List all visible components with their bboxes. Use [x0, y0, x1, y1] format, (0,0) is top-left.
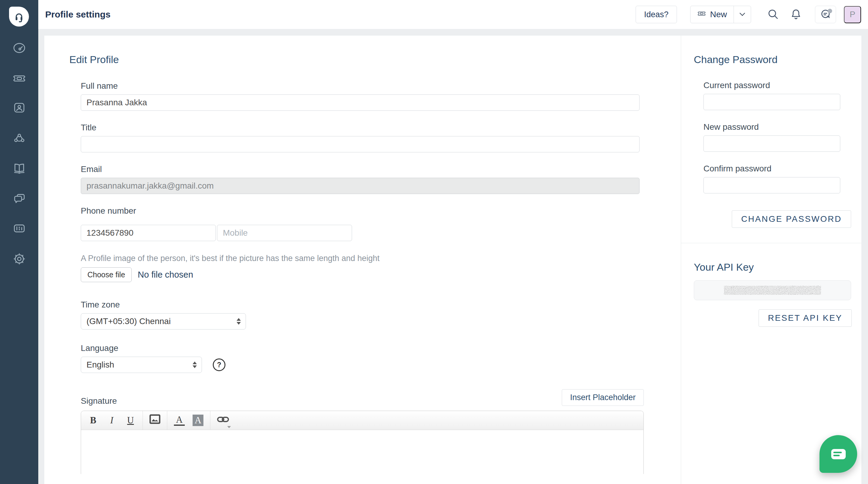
- insert-image-button[interactable]: [150, 414, 160, 427]
- ticket-icon: [697, 9, 706, 20]
- title-field-group: Title: [81, 123, 640, 152]
- change-password-button[interactable]: CHANGE PASSWORD: [732, 210, 851, 228]
- current-password-group: Current password: [704, 81, 851, 110]
- new-ticket-split-button: New: [690, 6, 751, 23]
- time-zone-value: (GMT+05:30) Chennai: [87, 316, 170, 326]
- sidebar-item-reports-icon[interactable]: [12, 221, 27, 236]
- sidebar-item-contacts-icon[interactable]: [12, 101, 27, 115]
- content-panel: Edit Profile Full name Title Email Phone…: [44, 36, 861, 484]
- sidebar-item-tickets-icon[interactable]: [12, 71, 27, 86]
- topbar: Profile settings Ideas? New: [38, 0, 868, 29]
- background-color-button[interactable]: A: [193, 415, 204, 426]
- sidebar-item-social-icon[interactable]: [12, 131, 27, 145]
- image-icon: [150, 414, 160, 426]
- ideas-button[interactable]: Ideas?: [636, 6, 677, 23]
- new-ticket-dropdown[interactable]: [734, 6, 751, 23]
- language-value: English: [87, 360, 114, 370]
- title-input[interactable]: [81, 136, 640, 152]
- time-zone-select[interactable]: (GMT+05:30) Chennai: [81, 313, 246, 330]
- link-icon: [217, 415, 229, 426]
- new-password-label: New password: [704, 122, 851, 132]
- api-key-value-redacted: [694, 280, 851, 300]
- underline-button[interactable]: U: [125, 414, 136, 427]
- sidebar-item-settings-icon[interactable]: [12, 252, 27, 266]
- confirm-password-group: Confirm password: [704, 164, 851, 193]
- signature-header: Signature Insert Placeholder: [81, 389, 644, 406]
- italic-button[interactable]: I: [106, 414, 117, 427]
- file-status-text: No file chosen: [138, 270, 193, 280]
- profile-image-hint: A Profile image of the person, it's best…: [81, 253, 640, 263]
- full-name-label: Full name: [81, 81, 640, 91]
- page-title: Profile settings: [45, 9, 111, 20]
- api-key-section: Your API Key RESET API: [694, 261, 861, 327]
- panel-divider: [681, 243, 861, 243]
- mobile-input[interactable]: [217, 225, 352, 241]
- app-logo-icon[interactable]: [9, 7, 29, 27]
- phone-field-group: Phone number: [81, 206, 640, 241]
- select-arrows-icon: [193, 362, 197, 368]
- account-side-panel: Change Password Current password New pas…: [681, 36, 861, 484]
- search-icon: [767, 8, 779, 22]
- new-password-group: New password: [704, 122, 851, 152]
- edit-profile-section: Edit Profile Full name Title Email Phone…: [44, 36, 681, 484]
- email-label: Email: [81, 165, 640, 174]
- phone-label: Phone number: [81, 206, 640, 216]
- new-ticket-button[interactable]: New: [690, 6, 734, 23]
- email-input: [81, 178, 640, 194]
- title-label: Title: [81, 123, 640, 133]
- phone-input[interactable]: [81, 225, 216, 241]
- font-color-button[interactable]: A: [174, 415, 185, 426]
- messenger-button[interactable]: [815, 6, 836, 23]
- language-field-group: Language English ?: [81, 343, 640, 373]
- search-button[interactable]: [766, 7, 780, 22]
- chat-bubble-icon: [831, 449, 846, 459]
- full-name-field-group: Full name: [81, 81, 640, 111]
- bold-button[interactable]: B: [88, 414, 98, 427]
- signature-textarea[interactable]: [81, 430, 644, 474]
- edit-profile-heading: Edit Profile: [69, 54, 681, 65]
- insert-placeholder-button[interactable]: Insert Placeholder: [562, 389, 644, 406]
- confirm-password-label: Confirm password: [704, 164, 851, 173]
- full-name-input[interactable]: [81, 94, 640, 111]
- redacted-noise: [724, 286, 821, 295]
- language-label: Language: [81, 343, 640, 353]
- confirm-password-input[interactable]: [704, 177, 840, 193]
- editor-toolbar: B I U: [81, 411, 644, 430]
- select-arrows-icon: [237, 318, 241, 325]
- language-select[interactable]: English: [81, 357, 202, 373]
- help-icon[interactable]: ?: [213, 359, 225, 371]
- current-password-label: Current password: [704, 81, 851, 90]
- bell-icon: [789, 8, 802, 22]
- signature-editor: B I U: [81, 411, 644, 474]
- new-password-input[interactable]: [704, 136, 840, 152]
- choose-file-button[interactable]: Choose file: [81, 267, 132, 282]
- email-field-group: Email: [81, 165, 640, 194]
- sidebar: [0, 0, 38, 484]
- reset-api-key-button[interactable]: RESET API KEY: [758, 309, 852, 327]
- time-zone-field-group: Time zone (GMT+05:30) Chennai: [81, 300, 640, 330]
- notification-dot: [828, 9, 832, 13]
- avatar[interactable]: P: [844, 6, 861, 23]
- sidebar-item-messages-icon[interactable]: [12, 191, 27, 205]
- new-ticket-label: New: [710, 10, 727, 19]
- sidebar-item-knowledge-base-icon[interactable]: [12, 161, 27, 175]
- change-password-heading: Change Password: [694, 54, 861, 65]
- notifications-button[interactable]: [789, 7, 803, 22]
- insert-link-button[interactable]: [217, 414, 229, 427]
- sidebar-item-dashboard-icon[interactable]: [12, 41, 27, 55]
- chevron-down-icon: [740, 12, 745, 17]
- current-password-input[interactable]: [704, 94, 840, 110]
- api-key-heading: Your API Key: [694, 261, 861, 273]
- profile-image-upload: Choose file No file chosen: [81, 267, 640, 282]
- link-dropdown-caret-icon[interactable]: [227, 426, 231, 428]
- time-zone-label: Time zone: [81, 300, 640, 310]
- chat-widget-button[interactable]: [819, 435, 857, 473]
- signature-label: Signature: [81, 396, 117, 406]
